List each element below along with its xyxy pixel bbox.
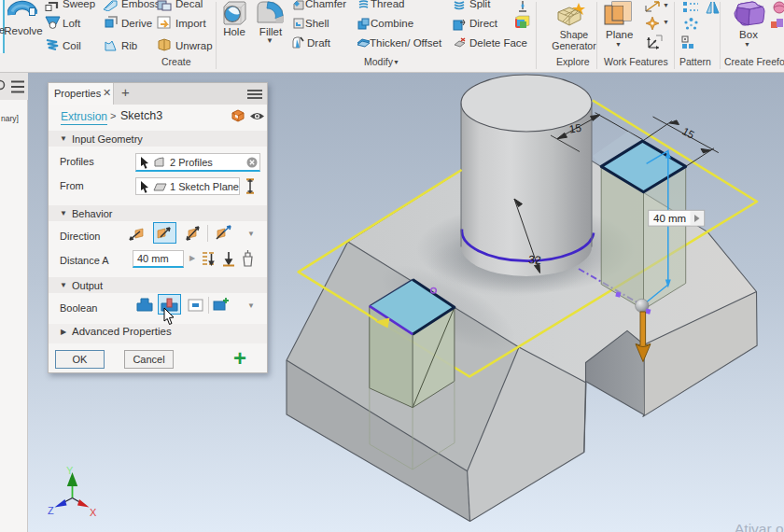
svg-text:40 mm: 40 mm (653, 213, 686, 224)
svg-text:X: X (90, 507, 97, 518)
svg-text:Ativar o W: Ativar o W (735, 521, 784, 532)
svg-text:32: 32 (528, 253, 542, 267)
svg-text:Z: Z (48, 505, 54, 516)
svg-text:Y: Y (66, 465, 74, 476)
svg-text:15: 15 (568, 122, 581, 135)
